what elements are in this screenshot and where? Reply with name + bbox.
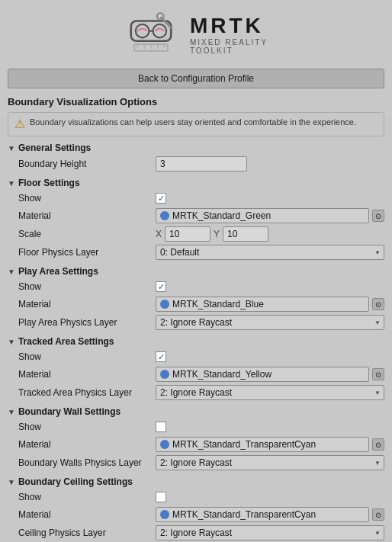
floor-physics-value: 0: Default: [156, 245, 384, 260]
page-title: Boundary Visualization Options: [8, 96, 384, 107]
logo-subtitle-line1: MIXED REALITY: [190, 38, 268, 47]
play-area-material-dot: [160, 300, 169, 309]
content: ▼ General Settings Boundary Height ▼ Flo…: [0, 140, 392, 542]
tracked-area-show-label: Show: [18, 351, 156, 362]
boundary-wall-material-field[interactable]: MRTK_Standard_TransparentCyan: [156, 437, 369, 452]
play-area-material-select-btn[interactable]: ⊙: [372, 298, 384, 310]
play-area-material-text: MRTK_Standard_Blue: [172, 299, 264, 309]
info-icon: ⚠: [14, 117, 25, 131]
floor-scale-x-input[interactable]: [165, 226, 210, 242]
play-area-material-field[interactable]: MRTK_Standard_Blue: [156, 297, 369, 312]
boundary-height-row: Boundary Height: [8, 155, 384, 173]
boundary-ceiling-show-value: [156, 492, 384, 502]
boundary-wall-physics-dropdown-text: 2: Ignore Raycast: [160, 457, 232, 468]
boundary-wall-show-label: Show: [18, 422, 156, 432]
floor-material-dot: [160, 211, 169, 220]
triangle-icon: ▼: [8, 144, 15, 152]
boundary-ceiling-material-value: MRTK_Standard_TransparentCyan ⊙: [156, 507, 384, 522]
boundary-wall-physics-value: 2: Ignore Raycast: [156, 455, 384, 470]
play-area-physics-dropdown[interactable]: 2: Ignore Raycast: [156, 315, 384, 330]
boundary-wall-material-value: MRTK_Standard_TransparentCyan ⊙: [156, 437, 384, 452]
back-to-config-button[interactable]: Back to Configuration Profile: [8, 69, 384, 88]
boundary-ceiling-material-field[interactable]: MRTK_Standard_TransparentCyan: [156, 507, 369, 522]
play-area-material-value: MRTK_Standard_Blue ⊙: [156, 297, 384, 312]
floor-physics-dropdown[interactable]: 0: Default: [156, 245, 384, 260]
triangle-icon: ▼: [8, 338, 15, 346]
logo-subtitle-line2: TOOLKIT: [190, 47, 233, 55]
boundary-wall-show-row: Show: [8, 419, 384, 435]
floor-show-label: Show: [18, 193, 156, 204]
boundary-wall-physics-dropdown[interactable]: 2: Ignore Raycast: [156, 455, 384, 470]
floor-physics-label: Floor Physics Layer: [18, 247, 156, 258]
play-area-show-value: [156, 281, 384, 292]
boundary-ceiling-settings-title: ▼ Boundary Ceiling Settings: [8, 473, 384, 489]
play-area-material-label: Material: [18, 299, 156, 309]
general-settings-group: ▼ General Settings Boundary Height: [8, 140, 384, 173]
play-area-physics-value: 2: Ignore Raycast: [156, 315, 384, 330]
boundary-ceiling-settings-group: ▼ Boundary Ceiling Settings Show Materia…: [8, 473, 384, 542]
boundary-height-input[interactable]: [156, 156, 247, 172]
floor-physics-dropdown-text: 0: Default: [160, 247, 199, 258]
tracked-area-physics-dropdown-text: 2: Ignore Raycast: [160, 387, 232, 398]
boundary-wall-material-dot: [160, 440, 169, 449]
boundary-wall-material-row: Material MRTK_Standard_TransparentCyan ⊙: [8, 435, 384, 454]
play-area-show-label: Show: [18, 281, 156, 292]
info-box: ⚠ Boundary visualizations can help users…: [8, 112, 384, 136]
boundary-ceiling-material-select-btn[interactable]: ⊙: [372, 508, 384, 521]
boundary-wall-material-label: Material: [18, 439, 156, 450]
tracked-area-material-value: MRTK_Standard_Yellow ⊙: [156, 367, 384, 382]
tracked-area-physics-dropdown[interactable]: 2: Ignore Raycast: [156, 385, 384, 400]
floor-scale-row: Scale X Y: [8, 225, 384, 243]
boundary-ceiling-physics-dropdown[interactable]: 2: Ignore Raycast: [156, 525, 384, 540]
boundary-ceiling-physics-dropdown-text: 2: Ignore Raycast: [160, 528, 232, 538]
boundary-ceiling-material-label: Material: [18, 509, 156, 520]
play-area-physics-label: Play Area Physics Layer: [18, 317, 156, 328]
boundary-ceiling-material-dot: [160, 510, 169, 519]
boundary-wall-settings-group: ▼ Boundary Wall Settings Show Material M…: [8, 403, 384, 472]
tracked-area-material-row: Material MRTK_Standard_Yellow ⊙: [8, 365, 384, 383]
floor-material-text: MRTK_Standard_Green: [172, 210, 271, 221]
triangle-icon: ▼: [8, 179, 15, 188]
play-area-settings-group: ▼ Play Area Settings Show Material MRTK_…: [8, 263, 384, 332]
floor-scale-y-label: Y: [214, 229, 220, 239]
tracked-area-physics-label: Tracked Area Physics Layer: [18, 387, 156, 398]
page-title-section: Boundary Visualization Options: [0, 93, 392, 109]
floor-show-checkbox[interactable]: [156, 193, 166, 204]
floor-scale-x-label: X: [156, 229, 162, 239]
floor-settings-group: ▼ Floor Settings Show Material MRTK_Stan…: [8, 175, 384, 261]
triangle-icon: ▼: [8, 408, 15, 416]
floor-show-row: Show: [8, 190, 384, 207]
general-settings-title: ▼ General Settings: [8, 140, 384, 155]
tracked-area-settings-group: ▼ Tracked Area Settings Show Material MR…: [8, 333, 384, 402]
floor-material-label: Material: [18, 210, 156, 221]
boundary-ceiling-show-checkbox[interactable]: [156, 492, 166, 502]
play-area-physics-row: Play Area Physics Layer 2: Ignore Raycas…: [8, 313, 384, 332]
floor-material-select-btn[interactable]: ⊙: [372, 210, 384, 222]
floor-show-value: [156, 193, 384, 204]
play-area-show-row: Show: [8, 278, 384, 295]
floor-material-value: MRTK_Standard_Green ⊙: [156, 208, 384, 223]
boundary-ceiling-physics-row: Ceiling Physics Layer 2: Ignore Raycast: [8, 524, 384, 542]
tracked-area-material-field[interactable]: MRTK_Standard_Yellow: [156, 367, 369, 382]
boundary-ceiling-material-row: Material MRTK_Standard_TransparentCyan ⊙: [8, 505, 384, 524]
play-area-settings-title: ▼ Play Area Settings: [8, 263, 384, 278]
floor-scale-y-input[interactable]: [223, 226, 268, 242]
mrtk-logo-icon: [124, 8, 178, 61]
tracked-area-material-text: MRTK_Standard_Yellow: [172, 369, 272, 380]
tracked-area-show-row: Show: [8, 348, 384, 365]
tracked-area-material-select-btn[interactable]: ⊙: [372, 368, 384, 380]
logo-title: MRTK: [190, 14, 264, 38]
boundary-ceiling-physics-label: Ceiling Physics Layer: [18, 528, 156, 538]
floor-scale-value: X Y: [156, 226, 384, 242]
play-area-show-checkbox[interactable]: [156, 281, 166, 292]
boundary-wall-show-value: [156, 422, 384, 432]
floor-material-field[interactable]: MRTK_Standard_Green: [156, 208, 369, 223]
tracked-area-show-checkbox[interactable]: [156, 351, 166, 362]
boundary-wall-material-select-btn[interactable]: ⊙: [372, 438, 384, 451]
triangle-icon: ▼: [8, 268, 15, 276]
boundary-wall-physics-label: Boundary Walls Physics Layer: [18, 457, 156, 468]
boundary-height-label: Boundary Height: [18, 159, 156, 169]
floor-material-row: Material MRTK_Standard_Green ⊙: [8, 207, 384, 225]
boundary-wall-show-checkbox[interactable]: [156, 422, 166, 432]
svg-point-5: [157, 13, 164, 20]
